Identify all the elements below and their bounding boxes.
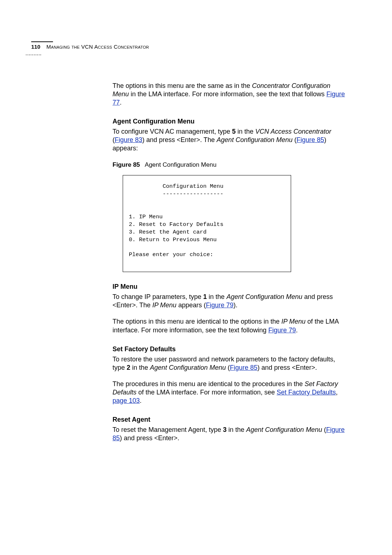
text: in the bbox=[207, 293, 226, 300]
figure-link[interactable]: Figure 79 bbox=[268, 327, 296, 334]
text: in the LMA interface. For more informati… bbox=[129, 90, 326, 98]
text-italic: Agent Configuration Menu bbox=[217, 136, 293, 143]
figure-caption: Figure 85 Agent Configuration Menu bbox=[113, 161, 348, 169]
intro-paragraph: The options in this menu are the same as… bbox=[113, 82, 348, 107]
text: To change IP parameters, type bbox=[113, 293, 203, 300]
text: ) and press <Enter>. bbox=[120, 434, 179, 442]
code-block: Configuration Menu ------------------ 1.… bbox=[123, 175, 291, 272]
ipmenu-paragraph-1: To change IP parameters, type 1 in the A… bbox=[113, 293, 348, 309]
text: in the bbox=[226, 426, 246, 433]
text: ) and press <Enter>. bbox=[257, 364, 317, 371]
text: ( bbox=[322, 426, 326, 433]
key-input: 3 bbox=[223, 426, 226, 433]
text: The options in this menu are identical t… bbox=[113, 318, 281, 325]
text: in the bbox=[130, 364, 150, 371]
key-input: 1 bbox=[203, 293, 207, 300]
text: . bbox=[296, 327, 298, 334]
text-italic: VCN Access Concentrator bbox=[255, 128, 331, 135]
text: , bbox=[336, 389, 338, 396]
page-link[interactable]: page 103 bbox=[113, 397, 140, 404]
heading-reset-agent: Reset Agent bbox=[113, 416, 348, 424]
page-header-title: Managing the VCN Access Concentrator bbox=[46, 44, 149, 50]
document-page: 110 Managing the VCN Access Concentrator… bbox=[0, 0, 392, 555]
text: The options in this menu are the same as… bbox=[113, 82, 252, 89]
dotted-ornament: .......... bbox=[25, 50, 41, 57]
figure-link[interactable]: Figure 85 bbox=[230, 364, 257, 371]
text: ( bbox=[293, 136, 297, 143]
text: The procedures in this menu are identica… bbox=[113, 380, 305, 388]
page-header: 110 Managing the VCN Access Concentrator bbox=[31, 44, 149, 50]
page-number: 110 bbox=[31, 44, 40, 50]
figure-label: Figure 85 bbox=[113, 161, 140, 168]
agent-paragraph: To configure VCN AC management, type 5 i… bbox=[113, 127, 348, 153]
text: To configure VCN AC management, type bbox=[113, 128, 232, 135]
text: in the bbox=[236, 128, 255, 135]
text-italic: IP Menu bbox=[152, 301, 176, 309]
reset-paragraph: To reset the Management Agent, type 3 in… bbox=[113, 426, 348, 442]
header-rule bbox=[31, 41, 53, 42]
text: appears ( bbox=[176, 301, 206, 309]
key-input: 2 bbox=[127, 364, 130, 371]
ipmenu-paragraph-2: The options in this menu are identical t… bbox=[113, 317, 348, 334]
text: ). bbox=[233, 301, 237, 309]
figure-caption-text: Agent Configuration Menu bbox=[145, 161, 217, 168]
heading-ip-menu: IP Menu bbox=[113, 283, 348, 291]
text: To reset the Management Agent, type bbox=[113, 426, 223, 433]
factory-paragraph-2: The procedures in this menu are identica… bbox=[113, 380, 348, 405]
text-italic: Agent Configuration Menu bbox=[246, 426, 322, 433]
factory-paragraph-1: To restore the user password and network… bbox=[113, 355, 348, 372]
text: ( bbox=[226, 364, 230, 371]
text: of the LMA interface. For more informati… bbox=[136, 389, 277, 396]
section-link[interactable]: Set Factory Defaults bbox=[277, 389, 336, 396]
key-input: 5 bbox=[232, 128, 236, 135]
text: . bbox=[140, 397, 142, 404]
figure-link[interactable]: Figure 83 bbox=[115, 136, 142, 143]
figure-link[interactable]: Figure 79 bbox=[206, 301, 233, 309]
text-italic: Agent Configuration Menu bbox=[150, 364, 226, 371]
heading-agent-config: Agent Configuration Menu bbox=[113, 118, 348, 125]
text-italic: IP Menu bbox=[281, 318, 305, 325]
figure-link[interactable]: Figure 85 bbox=[297, 136, 324, 143]
text: ) and press <Enter>. The bbox=[142, 136, 217, 143]
text: . bbox=[120, 99, 122, 106]
text-italic: Agent Configuration Menu bbox=[226, 293, 302, 300]
body-content: The options in this menu are the same as… bbox=[113, 82, 348, 450]
heading-factory-defaults: Set Factory Defaults bbox=[113, 345, 348, 353]
